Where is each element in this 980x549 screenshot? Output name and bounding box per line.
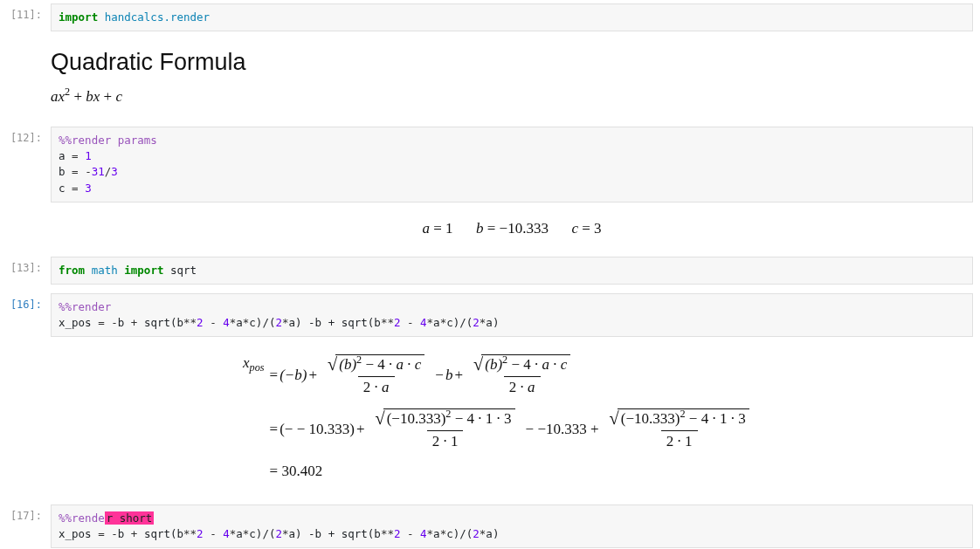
kw-from: from — [59, 264, 85, 277]
plus1b: + — [454, 367, 463, 384]
b1: b — [118, 316, 131, 329]
prompt-16: [16]: — [0, 293, 51, 311]
prompt-11: [11]: — [0, 3, 51, 21]
num-3: 3 — [111, 165, 118, 178]
m4n: − 4 · 1 · 3 — [451, 410, 511, 427]
four: 4 — [223, 527, 230, 540]
plus: + — [131, 316, 144, 329]
module-name: handcalcs.render — [105, 10, 210, 24]
assign-c: c — [59, 182, 72, 195]
bnum: (−10.333) — [387, 410, 446, 427]
sqrtcall: sqrt(b — [144, 527, 183, 540]
bvar: b — [445, 367, 453, 384]
neg: - — [111, 316, 118, 329]
negb: (−b) — [280, 367, 307, 384]
dot: · — [404, 356, 415, 373]
cell-body-13: from math import sqrt — [51, 257, 980, 285]
den-a2: a — [528, 379, 535, 395]
den-a: a — [382, 379, 390, 395]
eq3: = — [270, 463, 282, 479]
out-c: c — [571, 220, 578, 237]
magic-render2: %%rende — [59, 511, 105, 525]
num-1: 1 — [85, 149, 92, 162]
two4: 2 — [473, 316, 480, 329]
aligned-equations: xpos = (−b) + √(b)2 − 4 · a · c 2 · a − … — [243, 344, 973, 491]
closediv2: )/( — [453, 316, 473, 329]
minus: - — [204, 527, 224, 540]
closediv: )/( — [256, 316, 276, 329]
code-input-11[interactable]: import handcalcs.render — [51, 3, 973, 31]
magic-render: %%render — [59, 300, 111, 313]
name-sqrt: sqrt — [170, 264, 197, 277]
m4n2: − 4 · 1 · 3 — [686, 410, 746, 427]
star3: * — [282, 527, 289, 540]
m4b: − 4 · — [507, 356, 542, 373]
sqrtcall: sqrt(b — [144, 316, 183, 329]
result-16: 30.402 — [281, 463, 322, 479]
sq3: 2 — [445, 408, 451, 420]
code-input-17[interactable]: %%render short x_pos = -b + sqrt(b**2 - … — [51, 504, 973, 548]
kw-import2: import — [124, 264, 163, 277]
var-xpos2: x_pos — [59, 527, 98, 540]
a4: a — [486, 316, 493, 329]
neg: - — [85, 165, 92, 178]
code-cell-11: [11]: import handcalcs.render Quadratic … — [0, 3, 980, 125]
bb: (b) — [339, 356, 356, 373]
out-a-val: 1 — [445, 220, 453, 237]
magic-render-params: %%render params — [59, 134, 157, 147]
prompt-13: [13]: — [0, 257, 51, 274]
a2: a — [289, 527, 296, 540]
four2: 4 — [420, 316, 427, 329]
dennum2: 2 · 1 — [661, 430, 698, 450]
cp2: ) — [493, 527, 500, 540]
out-a: a — [422, 220, 430, 237]
two2: 2 — [275, 527, 282, 540]
code-input-13[interactable]: from math import sqrt — [51, 257, 973, 285]
var-c: c — [115, 88, 122, 105]
kw-import: import — [59, 10, 98, 24]
minusb: − — [435, 367, 444, 384]
two: 2 — [197, 527, 204, 540]
eq: = — [72, 165, 85, 178]
a: a — [236, 316, 243, 329]
dennum: 2 · 1 — [427, 430, 464, 450]
four: 4 — [223, 316, 230, 329]
star4: * — [427, 316, 434, 329]
code-input-12[interactable]: %%render params a = 1 b = -31/3 c = 3 — [51, 127, 973, 202]
plus: + — [70, 88, 86, 105]
two2: 2 — [275, 316, 282, 329]
frac-sym-2: √(b)2 − 4 · a · c 2 · a — [468, 354, 576, 396]
code-cell-17: [17]: %%render short x_pos = -b + sqrt(b… — [0, 504, 980, 549]
a4: a — [486, 527, 493, 540]
markdown-output: Quadratic Formula ax2 + bx + c — [51, 31, 973, 125]
code-cell-12: [12]: %%render params a = 1 b = -31/3 c … — [0, 127, 980, 255]
va2: a — [542, 356, 550, 373]
star4: * — [427, 527, 434, 540]
den1: 2 · — [363, 379, 382, 395]
num-31: 31 — [92, 165, 105, 178]
eq2: = — [270, 421, 279, 438]
eq: = — [98, 527, 111, 540]
cp2: ) — [493, 316, 500, 329]
va: a — [397, 356, 404, 373]
assign-a: a — [59, 149, 72, 162]
code-input-16[interactable]: %%render x_pos = -b + sqrt(b**2 - 4*a*c)… — [51, 293, 973, 337]
plus2: + — [100, 88, 115, 105]
output-16: xpos = (−b) + √(b)2 − 4 · a · c 2 · a − … — [51, 337, 973, 503]
b1: b — [118, 527, 131, 540]
a3: a — [433, 316, 440, 329]
c2: c — [446, 316, 453, 329]
sq: 2 — [356, 353, 362, 366]
exp-2: 2 — [65, 86, 70, 98]
den2: 2 · — [509, 379, 528, 395]
cell-body-12: %%render params a = 1 b = -31/3 c = 3 a … — [51, 127, 980, 255]
a: a — [236, 527, 243, 540]
pow2: ** — [381, 527, 394, 540]
var-a: a — [51, 88, 59, 105]
sqrtcall2: sqrt(b — [342, 527, 381, 540]
out-c-val: 3 — [594, 220, 602, 237]
star3: * — [282, 316, 289, 329]
minus: - — [204, 316, 224, 329]
out-b-val: −10.333 — [500, 220, 549, 237]
xpos-sub: pos — [250, 361, 265, 374]
